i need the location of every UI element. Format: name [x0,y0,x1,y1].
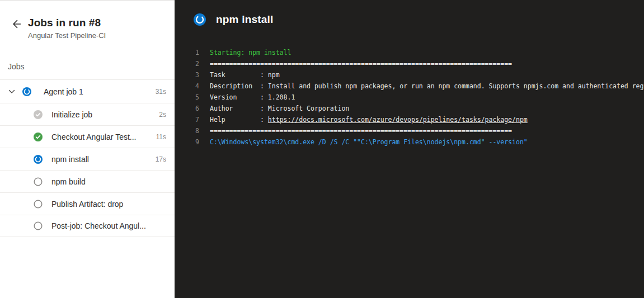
log-text: C:\Windows\system32\cmd.exe /D /S /C ""C… [210,136,528,148]
line-number: 8 [175,125,199,136]
log-text: ========================================… [210,58,512,69]
job-row-checkout-angular-test[interactable]: Checkout Angular Test...11s [0,125,175,148]
line-number: 1 [175,47,199,58]
log-text: Description : Install and publish npm pa… [210,81,644,92]
line-number: 7 [175,114,199,125]
log-panel: npm install 1Starting: npm install2=====… [175,0,644,298]
help-link[interactable]: https://docs.microsoft.com/azure/devops/… [268,116,528,124]
line-number: 2 [175,58,199,69]
line-number: 4 [175,81,199,92]
log-line: 7Help : https://docs.microsoft.com/azure… [175,114,644,125]
job-row-agent-job-1[interactable]: Agent job 131s [0,79,175,103]
log-line: 1Starting: npm install [175,47,644,58]
log-line: 2=======================================… [175,58,644,69]
sync-running-icon [34,155,43,164]
job-row-initialize-job[interactable]: Initialize job2s [0,103,175,125]
jobs-section-label: Jobs [8,62,25,71]
job-duration: 31s [156,88,175,96]
line-number: 5 [175,92,199,103]
page-title: Jobs in run #8 [28,16,106,30]
job-label: Initialize job [51,110,92,119]
log-line: 8=======================================… [175,125,644,136]
arrow-left-icon [10,18,22,32]
log-step-title: npm install [216,13,274,26]
log-text: Task : npm [210,69,280,81]
job-duration: 2s [159,111,175,119]
job-label: Agent job 1 [44,87,83,96]
log-text: Starting: npm install [210,47,291,58]
job-row-npm-install[interactable]: npm install17s [0,148,175,170]
log-text: Version : 1.208.1 [210,92,295,103]
log-line: 3Task : npm [175,69,644,81]
line-number: 9 [175,136,199,148]
pending-circle-icon [34,200,43,209]
jobs-list: Agent job 131sInitialize job2sCheckout A… [0,79,175,237]
sync-running-icon [194,13,206,26]
log-line: 6Author : Microsoft Corporation [175,103,644,114]
job-label: Post-job: Checkout Angul... [51,221,146,230]
sidebar-header: Jobs in run #8 Angular Test Pipeline-CI [0,1,175,40]
log-output[interactable]: 1Starting: npm install2=================… [175,47,644,148]
job-label: Publish Artifact: drop [51,200,123,209]
log-line: 5Version : 1.208.1 [175,92,644,103]
log-line: 4Description : Install and publish npm p… [175,81,644,92]
job-duration: 17s [156,155,175,163]
job-label: Checkout Angular Test... [51,133,137,141]
line-number: 3 [175,69,199,81]
check-muted-icon [34,110,43,119]
line-number: 6 [175,103,199,114]
log-text: Help : https://docs.microsoft.com/azure/… [210,114,528,125]
pending-circle-icon [34,177,43,186]
log-text: ========================================… [210,125,512,136]
back-button[interactable] [9,17,23,32]
log-header: npm install [175,0,644,26]
job-label: npm install [51,155,89,164]
sync-running-icon [22,87,31,96]
check-success-icon [34,133,43,141]
job-label: npm build [51,177,86,186]
job-duration: 11s [156,133,175,141]
chevron-down-icon[interactable] [8,88,16,96]
log-text: Author : Microsoft Corporation [210,103,349,114]
pending-circle-icon [34,221,43,230]
job-row-post-job-checkout-angul[interactable]: Post-job: Checkout Angul... [0,215,175,237]
job-row-npm-build[interactable]: npm build [0,170,175,192]
jobs-sidebar: Jobs in run #8 Angular Test Pipeline-CI … [0,0,175,298]
pipeline-name: Angular Test Pipeline-CI [28,31,106,40]
log-line: 9C:\Windows\system32\cmd.exe /D /S /C ""… [175,136,644,148]
job-row-publish-artifact-drop[interactable]: Publish Artifact: drop [0,192,175,215]
